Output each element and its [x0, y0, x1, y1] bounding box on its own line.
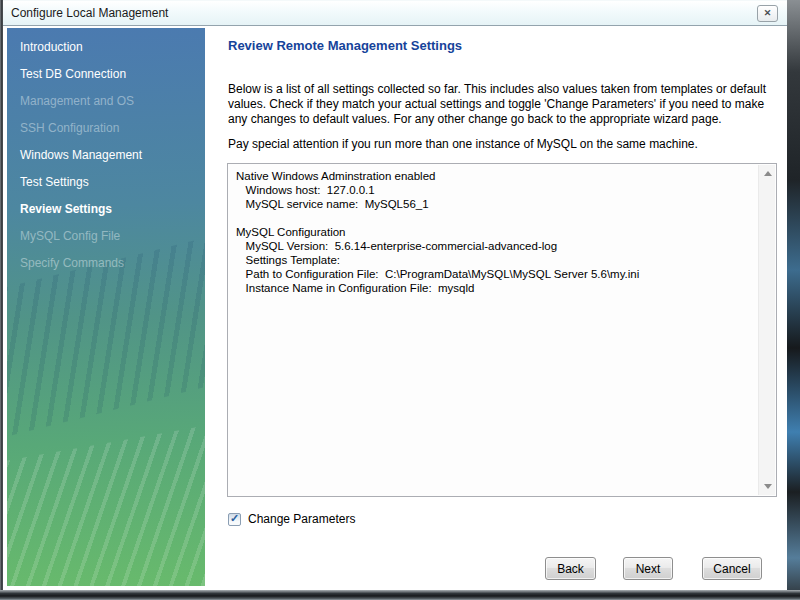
review-line: MySQL service name: MySQL56_1 — [236, 197, 758, 211]
scroll-down-icon — [764, 484, 772, 489]
scrollbar[interactable] — [758, 165, 775, 495]
review-box-content: Native Windows Adminstration enabled Win… — [228, 164, 758, 496]
change-parameters-checkbox[interactable]: ✓ — [228, 513, 241, 526]
wizard-dialog: Configure Local Management ✕ Introductio… — [0, 0, 800, 600]
sidebar-item-windows-management[interactable]: Windows Management — [7, 141, 205, 168]
client-area: IntroductionTest DB ConnectionManagement… — [3, 26, 787, 590]
settings-review-box: Native Windows Adminstration enabled Win… — [227, 163, 777, 497]
page-title: Review Remote Management Settings — [228, 38, 462, 53]
close-icon: ✕ — [764, 9, 772, 18]
window-frame-bottom — [0, 590, 800, 600]
window-frame-left — [0, 0, 3, 600]
review-line: Path to Configuration File: C:\ProgramDa… — [236, 267, 758, 281]
review-line — [236, 211, 758, 225]
main-panel: Review Remote Management Settings Below … — [205, 26, 787, 590]
wizard-sidebar: IntroductionTest DB ConnectionManagement… — [7, 28, 205, 586]
review-line: Settings Template: — [236, 253, 758, 267]
close-button[interactable]: ✕ — [757, 5, 778, 22]
change-parameters-label: Change Parameters — [248, 512, 355, 526]
sidebar-item-management-and-os: Management and OS — [7, 87, 205, 114]
back-button[interactable]: Back — [545, 557, 596, 580]
scroll-up-icon — [764, 171, 772, 176]
intro-paragraph: Below is a list of all settings collecte… — [228, 82, 777, 127]
sidebar-item-ssh-configuration: SSH Configuration — [7, 114, 205, 141]
next-button[interactable]: Next — [623, 557, 673, 580]
review-line: MySQL Version: 5.6.14-enterprise-commerc… — [236, 239, 758, 253]
window-frame-right — [787, 0, 800, 600]
review-line: Windows host: 127.0.0.1 — [236, 183, 758, 197]
cancel-button[interactable]: Cancel — [702, 557, 762, 580]
change-parameters-row: ✓ Change Parameters — [228, 511, 355, 527]
sidebar-item-specify-commands: Specify Commands — [7, 249, 205, 276]
sidebar-item-test-db-connection[interactable]: Test DB Connection — [7, 60, 205, 87]
attention-paragraph: Pay special attention if you run more th… — [228, 137, 777, 152]
sidebar-item-introduction[interactable]: Introduction — [7, 33, 205, 60]
title-bar: Configure Local Management ✕ — [3, 0, 787, 26]
window-title: Configure Local Management — [11, 6, 168, 20]
review-line: Native Windows Adminstration enabled — [236, 169, 758, 183]
sidebar-item-review-settings[interactable]: Review Settings — [7, 195, 205, 222]
review-line: Instance Name in Configuration File: mys… — [236, 281, 758, 295]
sidebar-item-test-settings[interactable]: Test Settings — [7, 168, 205, 195]
scroll-down-button[interactable] — [759, 478, 776, 495]
sidebar-item-mysql-config-file: MySQL Config File — [7, 222, 205, 249]
wizard-steps: IntroductionTest DB ConnectionManagement… — [7, 28, 205, 276]
checkbox-check-icon: ✓ — [230, 513, 239, 524]
review-line: MySQL Configuration — [236, 225, 758, 239]
scroll-up-button[interactable] — [759, 165, 776, 182]
